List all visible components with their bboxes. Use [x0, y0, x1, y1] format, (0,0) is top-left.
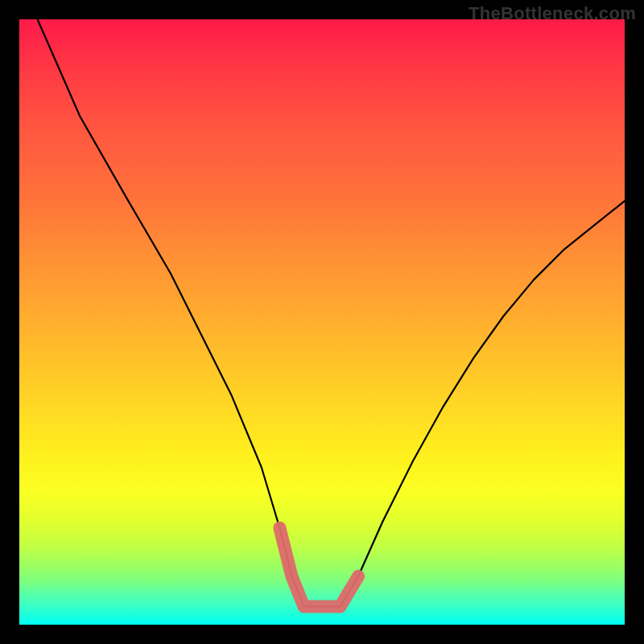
curve-layer	[19, 19, 625, 625]
valley-highlight	[279, 528, 358, 607]
chart-frame: TheBottleneck.com	[0, 0, 644, 644]
plot-area	[19, 19, 625, 625]
main-curve	[38, 19, 625, 606]
watermark-text: TheBottleneck.com	[469, 3, 636, 24]
